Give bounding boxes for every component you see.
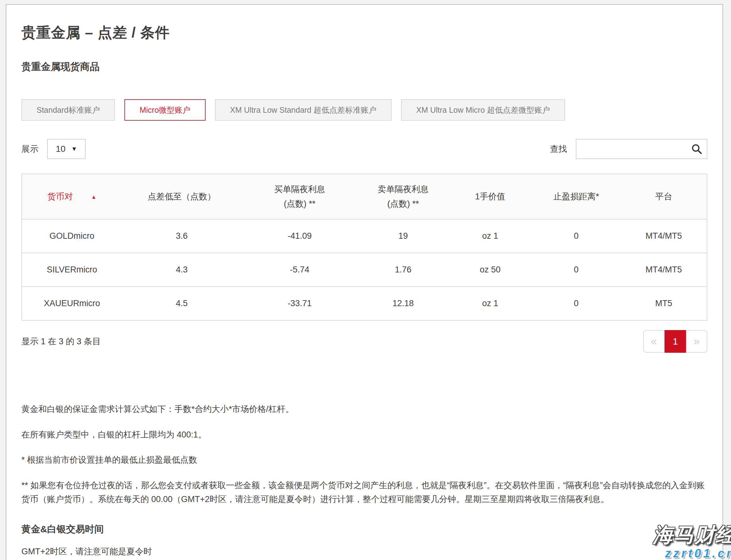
double-chevron-left-icon: « [651,335,657,348]
column-header-limit-stop-level[interactable]: 止盈损距离* [532,174,621,219]
cell-platform: MT4/MT5 [621,219,707,253]
table-header-row: 货币对▲ 点差低至（点数） 买单隔夜利息 (点数) ** 卖单隔夜利息 (点数)… [22,174,707,219]
tab-ultra-low-standard-account[interactable]: XM Ultra Low Standard 超低点差标准账户 [215,99,391,121]
cell-swap-long: -5.74 [242,253,358,287]
page-subtitle: 贵重金属现货商品 [21,60,707,73]
note-silver-leverage: 在所有账户类型中，白银的杠杆上限均为 400:1。 [21,428,707,442]
double-chevron-right-icon: » [694,335,700,348]
cell-lot-value: oz 50 [448,253,531,287]
page-size-value: 10 [56,144,66,154]
cell-swap-long: -33.71 [242,287,358,320]
cell-spread: 4.5 [122,287,242,320]
note-limit-stop: * 根据当前市价设置挂单的最低止损盈最低点数 [21,453,707,467]
column-header-label-line2: (点数) ** [244,198,355,209]
page-size-select[interactable]: 10 ▼ [47,139,86,159]
pagination-prev-button[interactable]: « [643,330,665,353]
table-entries-summary: 显示 1 在 3 的 3 条目 [21,336,101,347]
column-header-swap-long[interactable]: 买单隔夜利息 (点数) ** [242,174,358,219]
tab-standard-account[interactable]: Standard标准账户 [21,99,115,121]
cell-symbol: SILVERmicro [22,253,122,287]
column-header-label: 平台 [655,192,672,201]
sort-ascending-icon: ▲ [91,194,97,200]
spreads-table: 货币对▲ 点差低至（点数） 买单隔夜利息 (点数) ** 卖单隔夜利息 (点数)… [21,174,707,321]
cell-swap-short: 12.18 [358,287,449,320]
cell-limit-stop: 0 [532,253,621,287]
cell-symbol: GOLDmicro [22,219,122,253]
column-header-label: 买单隔夜利息 [274,185,325,194]
column-header-platform[interactable]: 平台 [621,174,707,219]
note-swap-explanation: ** 如果您有仓位持仓过夜的话，那么您会支付或者获取一些金额，该金额便是两个货币… [21,479,707,506]
column-header-label-line2: (点数) ** [360,198,446,209]
table-row-goldmicro: GOLDmicro 3.6 -41.09 19 oz 1 0 MT4/MT5 [22,219,707,253]
footnotes: 黄金和白银的保证金需求计算公式如下：手数*合约大小*市场价格/杠杆。 在所有账户… [21,403,707,506]
tab-micro-account[interactable]: Micro微型账户 [124,99,205,121]
table-controls: 展示 10 ▼ 查找 [21,139,707,159]
column-header-label: 点差低至（点数） [148,192,216,201]
column-header-label: 卖单隔夜利息 [377,185,428,194]
cell-spread: 3.6 [122,219,242,253]
show-label: 展示 [21,143,38,155]
column-header-symbol[interactable]: 货币对▲ [22,174,122,219]
chevron-down-icon: ▼ [71,146,77,152]
cell-lot-value: oz 1 [448,287,531,320]
column-header-spread[interactable]: 点差低至（点数） [122,174,242,219]
column-header-label: 止盈损距离* [553,192,599,201]
pagination-next-button[interactable]: » [686,330,707,353]
cell-swap-short: 19 [358,219,449,253]
column-header-lot-value[interactable]: 1手价值 [448,174,531,219]
search-input[interactable] [576,139,707,159]
cell-symbol: XAUEURmicro [22,287,122,320]
cell-lot-value: oz 1 [448,219,531,253]
trading-hours-heading: 黄金&白银交易时间 [21,523,707,536]
cell-platform: MT5 [621,287,707,320]
timezone-note: GMT+2时区，请注意可能是夏令时 [21,546,707,557]
cell-platform: MT4/MT5 [621,253,707,287]
cell-swap-short: 1.76 [358,253,449,287]
account-type-tabs: Standard标准账户 Micro微型账户 XM Ultra Low Stan… [21,99,707,121]
column-header-swap-short[interactable]: 卖单隔夜利息 (点数) ** [358,174,449,219]
pagination-page-1-button[interactable]: 1 [665,330,686,353]
content-panel: 贵重金属 – 点差 / 条件 贵重金属现货商品 Standard标准账户 Mic… [6,4,723,560]
cell-limit-stop: 0 [532,287,621,320]
page-title: 贵重金属 – 点差 / 条件 [21,23,707,43]
table-row-silvermicro: SILVERmicro 4.3 -5.74 1.76 oz 50 0 MT4/M… [22,253,707,287]
pagination: « 1 » [643,330,707,353]
search-label: 查找 [550,143,567,155]
column-header-label: 货币对 [48,192,73,201]
cell-spread: 4.3 [122,253,242,287]
note-margin-formula: 黄金和白银的保证金需求计算公式如下：手数*合约大小*市场价格/杠杆。 [21,403,707,416]
column-header-label: 1手价值 [475,192,505,201]
cell-swap-long: -41.09 [242,219,358,253]
tab-ultra-low-micro-account[interactable]: XM Ultra Low Micro 超低点差微型账户 [401,99,565,121]
table-row-xaueurmicro: XAUEURmicro 4.5 -33.71 12.18 oz 1 0 MT5 [22,287,707,320]
cell-limit-stop: 0 [532,219,621,253]
